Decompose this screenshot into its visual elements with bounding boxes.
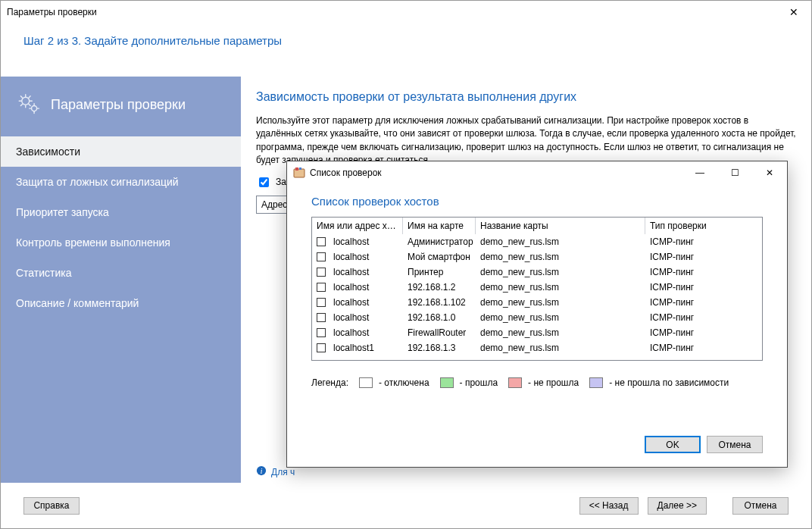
table-row[interactable]: localhostМой смартфонdemo_new_rus.lsmICM… <box>312 249 762 264</box>
cell-mapname: 192.168.1.102 <box>403 297 476 308</box>
row-checkbox[interactable] <box>317 268 326 277</box>
legend-item: - не прошла <box>508 377 579 388</box>
cell-host: localhost <box>333 327 369 338</box>
dialog-close-icon[interactable]: ✕ <box>752 161 787 184</box>
dialog-titlebar: Список проверок — ☐ ✕ <box>287 161 787 184</box>
svg-line-6 <box>29 104 30 105</box>
sidebar-title: Параметры проверки <box>1 77 241 136</box>
dialog-cancel-button[interactable]: Отмена <box>707 436 763 453</box>
svg-rect-17 <box>295 167 298 171</box>
cell-map: demo_new_rus.lsm <box>476 252 645 262</box>
cell-mapname: FirewallRouter <box>403 327 476 338</box>
svg-line-7 <box>20 104 22 105</box>
cell-map: demo_new_rus.lsm <box>476 327 645 338</box>
cell-map: demo_new_rus.lsm <box>476 343 645 353</box>
sidebar-item[interactable]: Защита от ложных сигнализаций <box>1 167 241 197</box>
svg-text:i: i <box>261 467 263 475</box>
cell-host: localhost <box>333 282 369 293</box>
legend-label: - не прошла по зависимости <box>609 377 729 388</box>
col-host[interactable]: Имя или адрес хо... <box>312 218 403 234</box>
gears-icon <box>16 90 42 120</box>
help-button[interactable]: Справка <box>23 497 80 515</box>
sidebar-item[interactable]: Статистика <box>1 258 241 288</box>
legend-title: Легенда: <box>311 377 348 388</box>
cell-mapname: Мой смартфон <box>403 252 476 262</box>
legend-swatch <box>508 377 522 388</box>
legend: Легенда: - отключена- прошла- не прошла-… <box>311 377 763 388</box>
titlebar: Параметры проверки ✕ <box>1 1 811 23</box>
window-title: Параметры проверки <box>7 7 97 17</box>
svg-line-5 <box>20 96 22 98</box>
cell-type: ICMP-пинг <box>645 327 762 338</box>
cell-host: localhost <box>333 236 369 247</box>
info-link-text: Для ч <box>271 467 295 477</box>
checklist-dialog: Список проверок — ☐ ✕ Список проверок хо… <box>286 161 788 468</box>
row-checkbox[interactable] <box>317 252 326 261</box>
table-row[interactable]: localhost192.168.1.2demo_new_rus.lsmICMP… <box>312 280 762 295</box>
cell-mapname: 192.168.1.3 <box>403 343 476 353</box>
legend-item: - прошла <box>440 377 498 388</box>
legend-item: - отключена <box>359 377 429 388</box>
cell-type: ICMP-пинг <box>645 312 762 323</box>
table-row[interactable]: localhost1192.168.1.3demo_new_rus.lsmICM… <box>312 340 762 355</box>
cell-type: ICMP-пинг <box>645 252 762 262</box>
cell-map: demo_new_rus.lsm <box>476 282 645 293</box>
table-row[interactable]: localhostFirewallRouterdemo_new_rus.lsmI… <box>312 325 762 340</box>
cell-type: ICMP-пинг <box>645 343 762 353</box>
col-mapname[interactable]: Имя на карте <box>403 218 476 234</box>
svg-line-8 <box>29 96 30 98</box>
dialog-ok-button[interactable]: OK <box>645 436 701 453</box>
legend-swatch <box>589 377 603 388</box>
sidebar-item[interactable]: Приоритет запуска <box>1 197 241 227</box>
maximize-icon[interactable]: ☐ <box>717 161 752 184</box>
dialog-title: Список проверок <box>310 167 382 178</box>
col-map[interactable]: Название карты <box>476 218 645 234</box>
legend-label: - прошла <box>460 377 498 388</box>
checks-table: Имя или адрес хо... Имя на карте Названи… <box>311 217 763 361</box>
table-row[interactable]: localhost192.168.1.102demo_new_rus.lsmIC… <box>312 295 762 310</box>
row-checkbox[interactable] <box>317 313 326 322</box>
svg-point-9 <box>32 106 37 111</box>
sidebar-item[interactable]: Зависимости <box>1 136 241 167</box>
row-checkbox[interactable] <box>317 298 326 307</box>
minimize-icon[interactable]: — <box>682 161 717 184</box>
table-header: Имя или адрес хо... Имя на карте Названи… <box>312 218 762 234</box>
cell-type: ICMP-пинг <box>645 236 762 247</box>
content-heading: Зависимость проверки от результата выпол… <box>256 90 796 104</box>
main-window: Параметры проверки ✕ Шаг 2 из 3. Задайте… <box>0 0 812 529</box>
step-header: Шаг 2 из 3. Задайте дополнительные парам… <box>1 23 811 61</box>
sidebar: Параметры проверки ЗависимостиЗащита от … <box>1 77 241 483</box>
sidebar-title-text: Параметры проверки <box>51 97 186 113</box>
content-description: Используйте этот параметр для исключения… <box>256 114 796 167</box>
cell-mapname: 192.168.1.2 <box>403 282 476 293</box>
cell-map: demo_new_rus.lsm <box>476 297 645 308</box>
row-checkbox[interactable] <box>317 343 326 352</box>
dependency-checkbox-input[interactable] <box>259 177 269 187</box>
row-checkbox[interactable] <box>317 328 326 337</box>
sidebar-item[interactable]: Контроль времени выполнения <box>1 227 241 258</box>
dialog-icon <box>293 167 305 179</box>
cell-map: demo_new_rus.lsm <box>476 267 645 277</box>
cancel-button[interactable]: Отмена <box>732 497 789 515</box>
row-checkbox[interactable] <box>317 237 326 246</box>
dialog-heading: Список проверок хостов <box>311 195 763 208</box>
next-button[interactable]: Далее >> <box>648 497 707 515</box>
cell-type: ICMP-пинг <box>645 297 762 308</box>
sidebar-item[interactable]: Описание / комментарий <box>1 288 241 318</box>
cell-mapname: 192.168.1.0 <box>403 312 476 323</box>
row-checkbox[interactable] <box>317 283 326 292</box>
legend-label: - не прошла <box>528 377 579 388</box>
close-icon[interactable]: ✕ <box>776 1 811 23</box>
cell-host: localhost <box>333 252 369 262</box>
back-button[interactable]: << Назад <box>579 497 639 515</box>
cell-mapname: Принтер <box>403 267 476 277</box>
cell-host: localhost <box>333 267 369 277</box>
cell-host: localhost <box>333 297 369 308</box>
cell-mapname: Администратор <box>403 236 476 247</box>
col-type[interactable]: Тип проверки <box>645 218 762 234</box>
legend-swatch <box>359 377 373 388</box>
table-row[interactable]: localhost192.168.1.0demo_new_rus.lsmICMP… <box>312 310 762 325</box>
table-row[interactable]: localhostАдминистраторdemo_new_rus.lsmIC… <box>312 234 762 249</box>
legend-label: - отключена <box>379 377 429 388</box>
table-row[interactable]: localhostПринтерdemo_new_rus.lsmICMP-пин… <box>312 264 762 280</box>
